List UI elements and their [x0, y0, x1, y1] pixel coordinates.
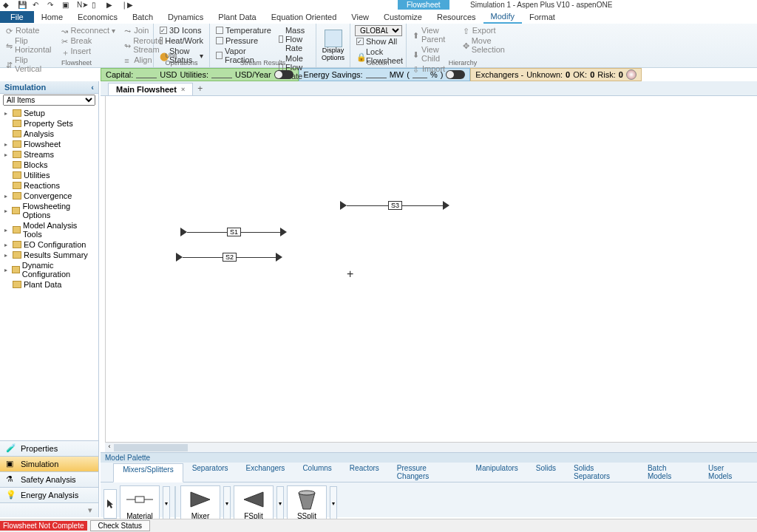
mass-flow-checkbox[interactable]: Mass Flow Rate — [277, 25, 317, 53]
palette-tab-mixers-splitters[interactable]: Mixers/Splitters — [113, 463, 183, 482]
palette-material-dropdown[interactable]: ▾ — [163, 486, 170, 522]
risk-dial-icon[interactable] — [626, 69, 637, 80]
ribbon-group-unitops-label: Unit Operations — [165, 52, 197, 66]
flip-vertical-button[interactable]: ⇵Flip Vertical — [4, 55, 54, 74]
palette-ssplit[interactable]: SSplit — [287, 485, 327, 522]
horizontal-scrollbar[interactable]: ‹ — [105, 442, 757, 452]
palette-tab-solids[interactable]: Solids — [527, 463, 565, 482]
tab-close-icon[interactable]: × — [181, 86, 185, 93]
menu-resources[interactable]: Resources — [430, 11, 483, 23]
main-menu: File Home Economics Batch Dynamics Plant… — [0, 10, 757, 24]
pressure-checkbox[interactable]: Pressure — [214, 35, 273, 46]
panel-safety-analysis[interactable]: ⚗Safety Analysis — [0, 471, 98, 487]
palette-tab-exchangers[interactable]: Exchangers — [237, 463, 294, 482]
menu-dynamics[interactable]: Dynamics — [160, 11, 211, 23]
step-icon[interactable]: ❘▶ — [121, 1, 130, 10]
pointer-tool[interactable] — [103, 489, 117, 519]
svg-marker-4 — [244, 492, 263, 507]
tab-add-button[interactable]: + — [193, 82, 207, 95]
reconnect-button[interactable]: ↝Reconnect▾ — [60, 25, 118, 35]
panel-simulation[interactable]: ▣Simulation — [0, 456, 98, 471]
menu-plant-data[interactable]: Plant Data — [211, 11, 263, 23]
tree-item-reactions[interactable]: Reactions — [3, 180, 95, 191]
panel-collapse[interactable]: ▾ — [0, 502, 98, 517]
stream-label-s3[interactable]: S3 — [388, 201, 402, 210]
export-button[interactable]: ⇧Export — [461, 25, 515, 35]
ribbon-group-stream-results-label: Stream Results — [240, 59, 286, 66]
menu-modify[interactable]: Modify — [483, 10, 522, 24]
move-selection-button[interactable]: ✥Move Selection — [461, 35, 515, 55]
economics-toggle[interactable] — [274, 70, 293, 79]
flowsheet-canvas[interactable]: S3 S1 S2 + — [105, 96, 757, 442]
palette-tab-user-models[interactable]: User Models — [699, 463, 757, 482]
view-parent-button[interactable]: ⬆View Parent — [411, 25, 455, 44]
tree-item-setup[interactable]: ▸Setup — [3, 108, 95, 118]
tree-item-streams[interactable]: ▸Streams — [3, 149, 95, 160]
quick-access-toolbar: ◆ 💾 ↶ ↷ ▣ N➤ ▯ ▶ ❘▶ Flowsheet Simulation… — [0, 0, 757, 10]
insert-button[interactable]: ＋Insert — [60, 46, 118, 56]
tree-item-eo-configuration[interactable]: ▸EO Configuration — [3, 239, 95, 250]
tab-main-flowsheet[interactable]: Main Flowsheet× — [108, 83, 193, 95]
stream-label-s1[interactable]: S1 — [227, 228, 241, 236]
next-icon[interactable]: N➤ — [77, 1, 86, 10]
palette-tab-pressure-changers[interactable]: Pressure Changers — [388, 463, 467, 482]
collapse-icon[interactable]: ‹ — [91, 83, 94, 92]
redo-icon[interactable]: ↷ — [47, 1, 56, 10]
tree-item-plant-data[interactable]: Plant Data — [3, 279, 95, 290]
panel-icon[interactable]: ▯ — [92, 1, 101, 10]
palette-tab-solids-separators[interactable]: Solids Separators — [565, 463, 639, 482]
stream-s2[interactable]: S2 — [177, 253, 282, 262]
show-all-checkbox[interactable]: Show All — [355, 36, 401, 47]
tree-item-analysis[interactable]: Analysis — [3, 129, 95, 139]
palette-tab-separators[interactable]: Separators — [183, 463, 237, 482]
menu-economics[interactable]: Economics — [70, 11, 125, 23]
tree-item-utilities[interactable]: Utilities — [3, 170, 95, 180]
palette-tab-batch-models[interactable]: Batch Models — [639, 463, 699, 482]
tree-item-results-summary[interactable]: ▸Results Summary — [3, 250, 95, 260]
check-status-button[interactable]: Check Status — [90, 520, 150, 531]
display-options-button[interactable]: Display Options — [316, 24, 350, 67]
tree-item-model-analysis-tools[interactable]: ▸Model Analysis Tools — [3, 220, 95, 239]
undo-icon[interactable]: ↶ — [33, 1, 41, 10]
panel-properties[interactable]: 🧪Properties — [0, 440, 98, 456]
flip-horizontal-button[interactable]: ⇋Flip Horizontal — [4, 35, 54, 55]
menu-equation-oriented[interactable]: Equation Oriented — [264, 11, 344, 23]
tree-item-convergence[interactable]: ▸Convergence — [3, 191, 95, 201]
palette-ssplit-dropdown[interactable]: ▾ — [330, 486, 337, 522]
nav-filter-select[interactable]: All Items — [3, 95, 95, 106]
menu-file[interactable]: File — [0, 11, 34, 23]
panel-energy-analysis[interactable]: 💡Energy Analysis — [0, 487, 98, 502]
tree-item-flowsheeting-options[interactable]: ▸Flowsheeting Options — [3, 201, 95, 220]
menu-view[interactable]: View — [344, 11, 376, 23]
palette-tab-reactors[interactable]: Reactors — [341, 463, 388, 482]
heat-work-checkbox[interactable]: Heat/Work — [158, 35, 205, 46]
stream-s1[interactable]: S1 — [181, 228, 287, 236]
energy-toggle[interactable] — [446, 70, 465, 79]
tree-item-flowsheet[interactable]: ▸Flowsheet — [3, 139, 95, 149]
break-button[interactable]: ✂Break — [60, 35, 118, 46]
palette-tab-columns[interactable]: Columns — [293, 463, 340, 482]
palette-mixer-dropdown[interactable]: ▾ — [223, 486, 231, 522]
3d-icons-checkbox[interactable]: 3D Icons — [158, 25, 205, 35]
palette-fsplit-dropdown[interactable]: ▾ — [276, 486, 284, 522]
menu-customize[interactable]: Customize — [376, 11, 430, 23]
stream-s3[interactable]: S3 — [341, 201, 449, 210]
reconcile-icon[interactable]: ▣ — [62, 1, 71, 10]
palette-fsplit[interactable]: FSplit — [234, 485, 274, 522]
tree-item-blocks[interactable]: Blocks — [3, 160, 95, 170]
palette-tab-manipulators[interactable]: Manipulators — [467, 463, 527, 482]
rotate-button[interactable]: ⟳Rotate — [4, 25, 54, 35]
menu-batch[interactable]: Batch — [125, 11, 160, 23]
section-select[interactable]: GLOBAL — [355, 25, 402, 36]
temperature-checkbox[interactable]: Temperature — [214, 25, 273, 35]
pointer-icon — [106, 499, 114, 509]
stream-label-s2[interactable]: S2 — [223, 253, 237, 262]
save-icon[interactable]: 💾 — [18, 1, 27, 10]
menu-format[interactable]: Format — [522, 11, 563, 23]
tree-item-property-sets[interactable]: Property Sets — [3, 118, 95, 129]
palette-mixer[interactable]: Mixer — [180, 485, 220, 522]
run-icon[interactable]: ▶ — [106, 1, 115, 10]
tree-item-dynamic-configuration[interactable]: ▸Dynamic Configuration — [3, 260, 95, 279]
palette-material-stream[interactable]: Material — [120, 485, 160, 522]
menu-home[interactable]: Home — [34, 11, 70, 23]
